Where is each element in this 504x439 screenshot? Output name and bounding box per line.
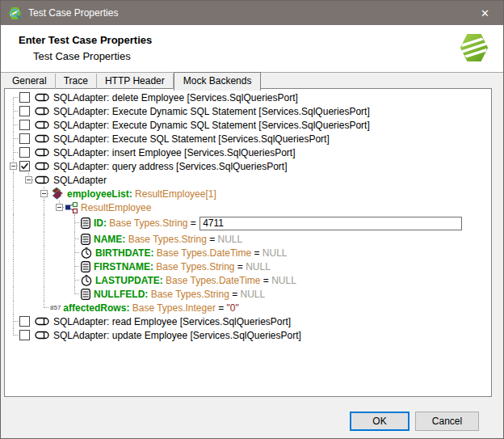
checkbox-unchecked[interactable] [19,330,30,340]
tree-item-update-employee[interactable]: SQLAdapter: update Employee [Services.Sq… [5,328,491,342]
tree-item-label: = [188,217,200,229]
adapter-icon [35,133,50,144]
tree-item-label: affectedRows: [63,302,129,314]
tree-guide-line [13,273,14,287]
adapter-icon [35,106,50,116]
cancel-button[interactable]: Cancel [415,412,479,431]
tree-item-label: FIRSTNAME: [94,261,153,272]
tree-item-label: SQLAdapter: Execute SQL Statement [Servi… [53,133,330,145]
tree-item-insert-employee[interactable]: SQLAdapter: insert Employee [Services.Sq… [5,146,491,159]
tree-item-query-address[interactable]: SQLAdapter: query address [Services.SqlQ… [5,159,491,173]
checkbox-unchecked[interactable] [19,120,30,130]
tab-http-header[interactable]: HTTP Header [97,74,174,89]
tree-item-label: SQLAdapter [53,175,107,186]
tree-item-label: BIRTHDATE: [95,247,153,259]
tree-item-label: Base Types.DateTime [163,275,261,286]
tree-item-label: ResultEmployee[1] [132,188,216,200]
adapter-icon [35,120,50,130]
tree-item-sqladapter[interactable]: SQLAdapter [5,173,491,187]
tree-item-field-name[interactable]: NAME: Base Types.String = NULL [5,232,491,246]
adapter-icon [35,92,50,103]
adapter-icon [35,330,50,340]
dialog-body: GeneralTraceHTTP HeaderMock Backends SQL… [1,73,503,438]
tree-item-label: NULL [246,261,271,272]
string-field-icon [81,289,90,300]
tab-mock-backends[interactable]: Mock Backends [174,72,262,91]
adapter-icon [35,161,50,171]
tree-item-label: NULLFELD: [94,289,148,300]
checkbox-checked[interactable] [19,161,30,171]
tree-guide-line [74,214,75,232]
tree-guide-line [44,214,44,232]
tree-item-execute-sql-statement[interactable]: SQLAdapter: Execute SQL Statement [Servi… [5,132,491,146]
tree-guide-line [14,125,18,125]
tree-item-label: = [235,261,246,272]
tree-item-execute-dynamic-sql-2[interactable]: SQLAdapter: Execute Dynamic SQL Statemen… [5,118,491,132]
tree-item-label: NULL [271,275,296,286]
tree-item-label: = [229,289,241,300]
tree-item-label: Base Types.Integer [129,302,216,314]
tree-guide-line [75,280,79,281]
tree-item-field-birthdate[interactable]: BIRTHDATE: Base Types.DateTime = NULL [5,246,491,260]
tree-item-execute-dynamic-sql-1[interactable]: SQLAdapter: Execute Dynamic SQL Statemen… [5,104,491,118]
tree-item-employeelist[interactable]: employeeList: ResultEmployee[1] [5,187,491,201]
datetime-field-icon [81,275,92,286]
tab-trace[interactable]: Trace [56,74,97,89]
string-field-icon [81,234,90,245]
tree-guide-line [75,293,79,294]
tree-item-field-firstname[interactable]: FIRSTNAME: Base Types.String = NULL [5,260,491,273]
app-logo-icon [8,6,22,20]
tree-guide-line [14,152,18,153]
collapse-expander-icon[interactable] [10,163,17,170]
adapter-icon [35,147,50,158]
record-icon [65,202,78,213]
ok-button[interactable]: OK [350,412,410,431]
title-bar[interactable]: Test Case Properties ✕ [1,1,503,25]
checkbox-unchecked[interactable] [19,316,30,327]
record-list-icon [50,188,64,200]
checkbox-unchecked[interactable] [19,133,30,144]
tree-item-label: Base Types.String [153,261,235,272]
collapse-expander-icon[interactable] [56,204,63,211]
tree-guide-line [13,187,14,201]
checkbox-unchecked[interactable] [19,147,30,158]
tree-guide-line [13,173,14,187]
checkbox-unchecked[interactable] [19,106,30,116]
tree-guide-line [13,246,14,260]
tab-general[interactable]: General [4,74,56,89]
tree-item-resultemployee[interactable]: ResultEmployee [5,201,491,214]
tree-item-field-id[interactable]: ID: Base Types.String = [5,214,491,232]
tree-guide-line [14,111,18,112]
tree-item-label: employeeList: [67,188,132,200]
tree-guide-line [14,97,18,98]
tree-item-delete-employee[interactable]: SQLAdapter: delete Employee [Services.Sq… [5,91,491,104]
tree-item-label: SQLAdapter: delete Employee [Services.Sq… [53,92,298,103]
tree-guide-line [44,287,44,301]
id-value-input[interactable] [200,217,462,230]
tree-item-label: = [261,275,272,286]
tree-item-label: ResultEmployee [81,202,151,213]
string-field-icon [81,261,90,272]
mock-backends-tree: SQLAdapter: delete Employee [Services.Sq… [4,88,492,397]
checkbox-unchecked[interactable] [19,92,30,103]
collapse-expander-icon[interactable] [25,176,32,184]
tree-item-field-lastupdate[interactable]: LASTUPDATE: Base Types.DateTime = NULL [5,273,491,287]
tree-guide-line [75,222,79,223]
tree-guide-line [13,232,14,246]
brand-hexagon-icon [459,32,489,63]
tree-item-label: ID: [94,217,107,229]
tree-item-label: Base Types.DateTime [153,247,251,259]
tree-item-field-nullfeld[interactable]: NULLFELD: Base Types.String = NULL [5,287,491,301]
tree-item-label: NULL [241,289,266,300]
tree-item-label: "0" [227,302,239,314]
tree-item-label: SQLAdapter: insert Employee [Services.Sq… [53,147,295,158]
string-field-icon [81,217,90,229]
close-icon[interactable]: ✕ [467,1,503,25]
tree-guide-line [75,266,79,267]
collapse-expander-icon[interactable] [40,190,48,197]
tree-guide-line [13,287,14,301]
integer-857-icon: 857 [50,304,61,311]
tree-item-read-employee[interactable]: SQLAdapter: read Employee [Services.SqlQ… [5,314,491,328]
tree-item-affectedrows[interactable]: 857affectedRows: Base Types.Integer = "0… [5,301,491,314]
tree-guide-line [44,260,44,273]
